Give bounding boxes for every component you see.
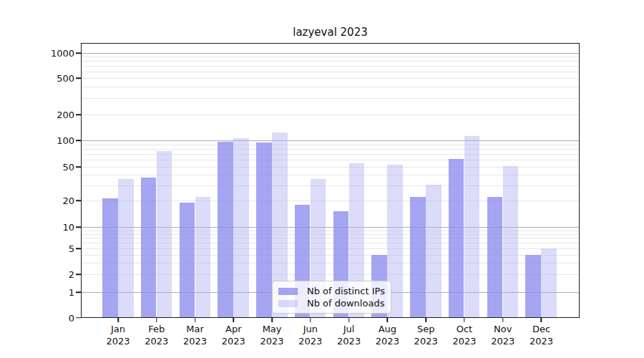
y-tick-mark [76, 291, 81, 293]
y-tick-mark [76, 52, 81, 54]
y-tick-label: 5 [21, 243, 74, 254]
bar-downloads-jan [118, 179, 134, 317]
y-tick-label: 100 [21, 135, 74, 146]
y-tick-label: 10 [21, 222, 74, 233]
gridline-major [82, 140, 579, 141]
gridline-minor [82, 57, 579, 57]
bar-distinct-ips-feb [141, 178, 157, 317]
bar-distinct-ips-oct [449, 159, 464, 317]
bar-downloads-feb [157, 151, 172, 317]
y-tick-mark [76, 77, 81, 79]
plot-area [81, 43, 580, 318]
x-tick-label: Jan2023 [106, 323, 130, 347]
gridline-minor [82, 61, 579, 62]
x-tick-label: May2023 [260, 323, 284, 347]
x-tick-mark [195, 318, 196, 322]
y-tick-label: 20 [21, 195, 74, 206]
x-tick-label: Jul2023 [337, 323, 361, 347]
figure: lazyeval 2023 Nb of distinct IPs Nb of d… [0, 0, 644, 358]
x-tick-label: Jun2023 [298, 323, 322, 347]
legend-item-downloads: Nb of downloads [278, 297, 385, 309]
bar-distinct-ips-dec [525, 255, 541, 317]
bar-downloads-nov [503, 166, 519, 317]
x-tick-mark [156, 318, 157, 322]
y-tick-label: 1000 [21, 48, 74, 59]
gridline-minor [82, 149, 579, 150]
x-tick-label: Dec2023 [530, 323, 553, 347]
x-tick-mark [464, 318, 465, 322]
legend-label-downloads: Nb of downloads [307, 298, 384, 309]
x-tick-label: Sep2023 [414, 323, 438, 347]
y-tick-mark [76, 274, 81, 275]
y-tick-mark [76, 166, 81, 168]
x-tick-mark [348, 318, 350, 322]
gridline-major [82, 53, 579, 54]
bar-distinct-ips-mar [180, 203, 195, 317]
gridline-minor [82, 78, 579, 79]
y-tick-label: 0 [21, 312, 74, 323]
y-tick-label: 500 [21, 73, 74, 84]
legend: Nb of distinct IPs Nb of downloads [272, 281, 391, 314]
x-tick-mark [233, 318, 235, 322]
x-tick-mark [541, 318, 542, 322]
legend-swatch-downloads [278, 300, 298, 307]
x-tick-label: Oct2023 [452, 323, 476, 347]
gridline-minor [82, 115, 579, 115]
legend-swatch-distinct-ips [278, 288, 298, 295]
chart-title: lazyeval 2023 [81, 26, 580, 39]
bar-downloads-sep [426, 185, 441, 317]
legend-label-distinct-ips: Nb of distinct IPs [307, 286, 385, 296]
gridline-minor [82, 66, 579, 67]
bar-downloads-apr [233, 138, 249, 317]
bar-distinct-ips-apr [218, 142, 233, 317]
y-tick-label: 2 [21, 269, 74, 280]
x-tick-label: Feb2023 [145, 323, 168, 347]
x-tick-label: Aug2023 [376, 323, 399, 347]
gridline-minor [82, 87, 579, 87]
y-tick-mark [76, 226, 81, 228]
y-tick-mark [76, 140, 81, 141]
bar-distinct-ips-nov [487, 197, 503, 317]
bar-downloads-oct [464, 136, 480, 317]
x-tick-mark [387, 318, 389, 322]
bar-distinct-ips-may [256, 142, 272, 317]
gridline-minor [82, 72, 579, 72]
x-tick-mark [117, 318, 119, 322]
y-tick-label: 1 [21, 287, 74, 298]
y-tick-label: 200 [21, 110, 74, 120]
x-tick-mark [502, 318, 504, 322]
bar-downloads-mar [195, 197, 211, 317]
gridline-minor [82, 145, 579, 145]
x-tick-mark [271, 318, 273, 322]
y-tick-mark [76, 200, 81, 201]
x-tick-label: Mar2023 [183, 323, 207, 347]
y-tick-label: 50 [21, 162, 74, 173]
bar-distinct-ips-jan [102, 198, 118, 317]
y-tick-mark [76, 248, 81, 249]
y-tick-mark [76, 317, 81, 319]
bar-downloads-dec [541, 248, 557, 317]
x-tick-label: Nov2023 [491, 323, 514, 347]
bar-distinct-ips-sep [410, 197, 426, 317]
x-tick-mark [310, 318, 311, 322]
x-tick-label: Apr2023 [222, 323, 245, 347]
gridline-minor [82, 98, 579, 99]
x-tick-mark [425, 318, 426, 322]
y-tick-mark [76, 114, 81, 115]
legend-item-distinct-ips: Nb of distinct IPs [278, 285, 385, 297]
